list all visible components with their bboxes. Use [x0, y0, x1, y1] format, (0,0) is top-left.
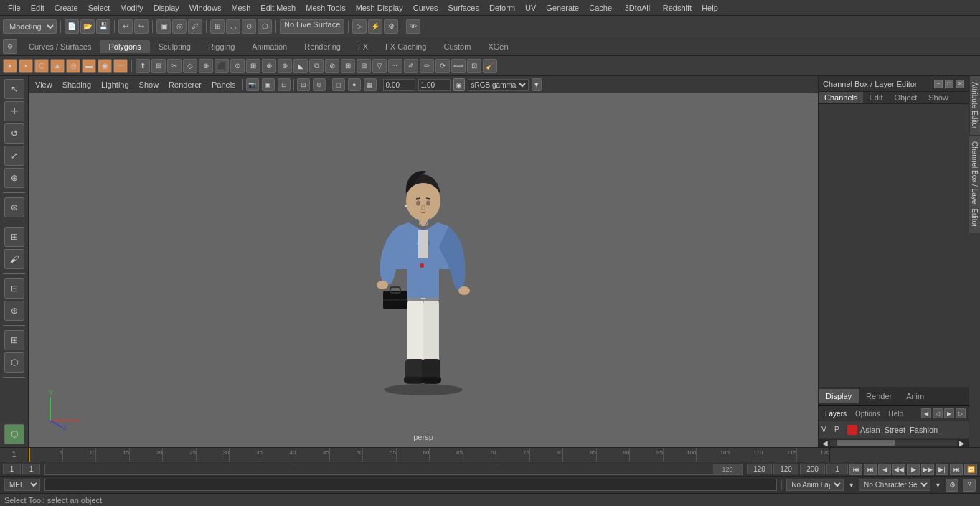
cleanup-icon[interactable]: 🧹	[483, 59, 497, 73]
viewport[interactable]: View Shading Lighting Show Renderer Pane…	[29, 76, 818, 447]
current-frame-input[interactable]: 1	[22, 464, 40, 474]
combine-icon[interactable]: ⊞	[341, 59, 355, 73]
skip-to-start-btn[interactable]: ⏮	[849, 464, 862, 475]
renderer-menu[interactable]: Renderer	[165, 79, 205, 90]
tab-custom[interactable]: Custom	[435, 40, 480, 53]
grid-icon[interactable]: ⊞	[297, 78, 310, 91]
show-menu[interactable]: Show	[136, 79, 163, 90]
tab-rendering[interactable]: Rendering	[296, 40, 349, 53]
tab-rigging[interactable]: Rigging	[199, 40, 243, 53]
view-menu[interactable]: View	[32, 79, 56, 90]
tab-render[interactable]: Render	[859, 389, 899, 403]
tab-edit[interactable]: Edit	[863, 92, 888, 103]
display-icon-btn[interactable]: ⬡	[4, 424, 24, 444]
cube-icon[interactable]: ▪	[19, 59, 33, 73]
wireframe-icon[interactable]: ◻	[332, 78, 345, 91]
tab-polygons[interactable]: Polygons	[100, 40, 149, 53]
undo-icon[interactable]: ↩	[118, 19, 133, 34]
cylinder-icon[interactable]: ⬡	[34, 59, 49, 73]
menu-uv[interactable]: UV	[520, 2, 541, 14]
menu-edit[interactable]: Edit	[26, 2, 50, 14]
tab-animation[interactable]: Animation	[243, 40, 296, 53]
menu-3dtoall[interactable]: -3DtoAll-	[617, 2, 658, 14]
playback-range-bar[interactable]: 120	[44, 464, 743, 475]
panel-minimize-btn[interactable]: −	[934, 80, 943, 88]
menu-display[interactable]: Display	[149, 2, 184, 14]
smooth-icon[interactable]: ⊙	[230, 59, 245, 73]
playback-range-end[interactable]: 120	[713, 464, 742, 474]
menu-generate[interactable]: Generate	[541, 2, 584, 14]
tab-curves-surfaces[interactable]: Curves / Surfaces	[20, 40, 100, 53]
crease-icon[interactable]: 〰	[388, 59, 402, 73]
multi-cut-icon[interactable]: ✂	[167, 59, 182, 73]
paint-effects-btn[interactable]: 🖌	[4, 249, 24, 269]
skip-to-end-btn[interactable]: ⏭	[950, 464, 963, 475]
new-scene-icon[interactable]: 📄	[65, 19, 79, 34]
fill-hole-icon[interactable]: ⬛	[215, 59, 229, 73]
snap-grid-icon[interactable]: ⊞	[210, 19, 225, 34]
script-mode-select[interactable]: MEL	[4, 479, 40, 491]
relax-icon[interactable]: ⟳	[435, 59, 450, 73]
move-tool-btn[interactable]: ✛	[4, 101, 24, 121]
play-back-btn[interactable]: ◀◀	[892, 464, 905, 475]
disk-icon[interactable]: ◉	[98, 59, 112, 73]
quick-layout-btn[interactable]: ⊞	[4, 330, 24, 350]
mirror-icon[interactable]: ⊞	[246, 59, 260, 73]
far-clip-input[interactable]: 1.00	[418, 79, 451, 91]
rotate-tool-btn[interactable]: ↺	[4, 123, 24, 144]
show-hide-icon[interactable]: 👁	[406, 19, 420, 34]
range-end-input[interactable]: 120	[747, 464, 772, 474]
layer-vis-p[interactable]: P	[834, 426, 844, 434]
universal-manip-btn[interactable]: ⊕	[4, 168, 24, 188]
panel-close-btn[interactable]: ✕	[956, 80, 964, 88]
bevel-icon[interactable]: ◇	[183, 59, 197, 73]
scroll-right-btn[interactable]: ▶	[957, 439, 967, 447]
duplicate-icon[interactable]: ⧉	[309, 59, 324, 73]
no-live-surface-btn[interactable]: No Live Surface	[280, 19, 344, 34]
menu-curves[interactable]: Curves	[408, 2, 443, 14]
no-char-set-select[interactable]: No Character Set	[859, 479, 930, 491]
torus-icon[interactable]: ◎	[66, 59, 80, 73]
menu-redshift[interactable]: Redshift	[658, 2, 697, 14]
scale-tool-btn[interactable]: ⤢	[4, 146, 24, 166]
step-back-btn[interactable]: ◀	[878, 464, 891, 475]
menu-file[interactable]: File	[3, 2, 26, 14]
redo-icon[interactable]: ↪	[134, 19, 149, 34]
menu-modify[interactable]: Modify	[115, 2, 148, 14]
shading-menu[interactable]: Shading	[59, 79, 95, 90]
soft-select-btn[interactable]: ⊛	[4, 197, 24, 217]
menu-surfaces[interactable]: Surfaces	[443, 2, 484, 14]
menu-help[interactable]: Help	[697, 2, 723, 14]
scroll-track[interactable]	[830, 440, 957, 446]
menu-windows[interactable]: Windows	[184, 2, 227, 14]
gamma-chevron-icon[interactable]: ▼	[532, 78, 542, 91]
pb-frame-display[interactable]: 1	[826, 464, 848, 474]
film-gate-icon[interactable]: ▣	[262, 78, 275, 91]
step-fwd-btn[interactable]: ▶▶	[921, 464, 934, 475]
channel-box-tab[interactable]: Channel Box / Layer Editor	[969, 135, 980, 233]
snap-together-btn[interactable]: ⬡	[4, 352, 24, 373]
quad-draw-icon[interactable]: ✐	[404, 59, 418, 73]
plane-icon[interactable]: ▬	[82, 59, 96, 73]
extrude-icon[interactable]: ⬆	[136, 59, 150, 73]
lighting-menu[interactable]: Lighting	[98, 79, 133, 90]
connect-icon[interactable]: ⊕	[262, 59, 276, 73]
show-attr-btn[interactable]: ⊕	[4, 301, 24, 321]
tab-display[interactable]: Display	[819, 389, 859, 403]
next-keyframe-btn[interactable]: ▶|	[936, 464, 948, 475]
scroll-left-btn[interactable]: ◀	[820, 439, 830, 447]
symmetrize-icon[interactable]: ⟺	[451, 59, 466, 73]
cone-icon[interactable]: ▲	[50, 59, 65, 73]
settings-icon[interactable]: ⚙	[3, 39, 17, 54]
select-mode-icon[interactable]: ▣	[156, 19, 171, 34]
sphere-icon[interactable]: ●	[3, 59, 17, 73]
helix-icon[interactable]: 〰	[113, 59, 128, 73]
layer-arrow-right-icon[interactable]: ▶	[944, 408, 954, 418]
menu-deform[interactable]: Deform	[484, 2, 520, 14]
tab-anim[interactable]: Anim	[899, 389, 931, 403]
render-settings-icon[interactable]: ⚙	[384, 19, 398, 34]
menu-mesh[interactable]: Mesh	[226, 2, 255, 14]
paint-select-icon[interactable]: 🖊	[188, 19, 202, 34]
camera-icon[interactable]: 📷	[246, 78, 259, 91]
snap-surface-icon[interactable]: ⬡	[258, 19, 272, 34]
